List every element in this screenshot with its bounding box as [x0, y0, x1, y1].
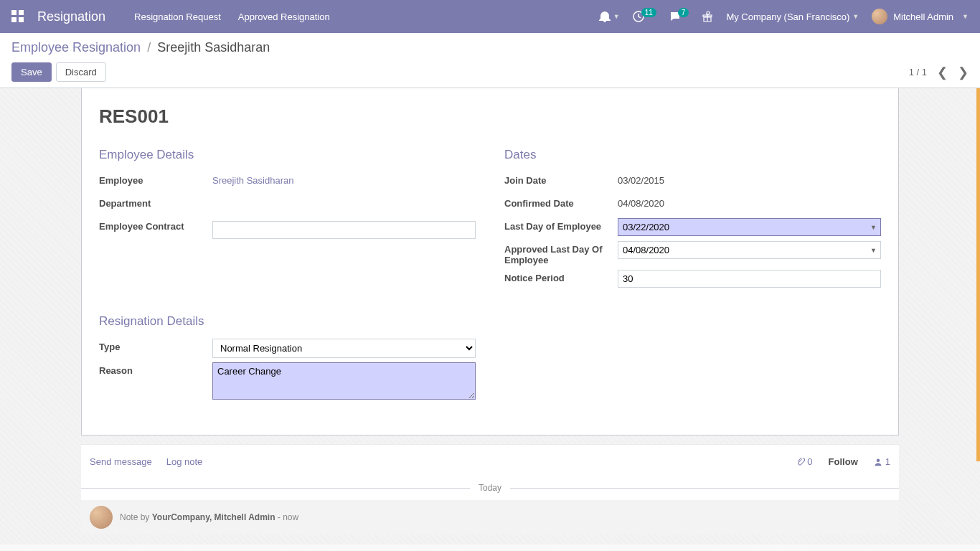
- log-note-button[interactable]: Log note: [166, 456, 203, 467]
- company-selector[interactable]: My Company (San Francisco) ▼: [726, 11, 859, 22]
- nav-link-resignation-request[interactable]: Resignation Request: [134, 11, 221, 22]
- breadcrumb-current: Sreejith Sasidharan: [157, 40, 270, 55]
- control-panel: Employee Resignation / Sreejith Sasidhar…: [0, 33, 980, 88]
- message-prefix: Note by: [120, 512, 152, 522]
- caret-down-icon: ▼: [613, 13, 620, 20]
- message-avatar: [90, 506, 113, 529]
- message-suffix: - now: [275, 512, 299, 522]
- section-title-resignation: Resignation Details: [99, 314, 476, 329]
- user-icon: [874, 458, 882, 466]
- apps-icon[interactable]: [11, 10, 24, 23]
- pager: 1 / 1 ❮ ❯: [909, 65, 969, 80]
- form-sheet: RES001 Employee Details Employee Sreejit…: [81, 88, 899, 435]
- message-item: Note by YourCompany, Mitchell Admin - no…: [81, 500, 899, 534]
- gift-icon[interactable]: [702, 11, 713, 22]
- label-last-day: Last Day of Employee: [504, 218, 618, 232]
- label-approved-last-day: Approved Last Day Of Employee: [504, 241, 618, 265]
- form-area: RES001 Employee Details Employee Sreejit…: [0, 88, 980, 545]
- notifications-icon[interactable]: ▼: [599, 11, 620, 22]
- notice-period-input[interactable]: [618, 270, 881, 288]
- label-department: Department: [99, 195, 212, 209]
- label-confirmed-date: Confirmed Date: [504, 195, 618, 209]
- label-type: Type: [99, 339, 212, 352]
- breadcrumb: Employee Resignation / Sreejith Sasidhar…: [11, 40, 969, 55]
- section-title-employee: Employee Details: [99, 148, 476, 162]
- follow-button[interactable]: Follow: [829, 456, 858, 467]
- followers-count: 1: [885, 456, 890, 467]
- approved-last-day-input[interactable]: [618, 241, 881, 259]
- messaging-icon[interactable]: 7: [669, 11, 689, 22]
- avatar: [872, 9, 887, 24]
- svg-point-1: [877, 458, 880, 462]
- last-day-input[interactable]: [618, 218, 881, 236]
- message-author: YourCompany, Mitchell Admin: [152, 512, 275, 522]
- resignation-details-section: Resignation Details Type Normal Resignat…: [99, 314, 490, 402]
- attachments-count: 0: [807, 456, 812, 467]
- app-title: Resignation: [37, 9, 105, 24]
- discard-button[interactable]: Discard: [56, 62, 106, 82]
- join-date-value: 03/02/2015: [618, 172, 881, 186]
- employee-link[interactable]: Sreejith Sasidharan: [212, 175, 293, 186]
- divider-label: Today: [470, 483, 510, 493]
- navbar: Resignation Resignation Request Approved…: [0, 0, 980, 33]
- nav-link-approved-resignation[interactable]: Approved Resignation: [238, 11, 330, 22]
- activity-icon[interactable]: 11: [633, 11, 656, 22]
- reason-textarea[interactable]: Career Change: [212, 362, 476, 400]
- caret-down-icon: ▼: [962, 13, 969, 20]
- save-button[interactable]: Save: [11, 62, 52, 82]
- label-join-date: Join Date: [504, 172, 618, 186]
- section-title-dates: Dates: [504, 148, 881, 162]
- pager-prev-icon[interactable]: ❮: [937, 65, 948, 80]
- breadcrumb-parent[interactable]: Employee Resignation: [11, 40, 141, 55]
- chatter: Send message Log note 0 Follow 1 Today: [81, 444, 899, 534]
- type-select[interactable]: Normal Resignation: [212, 339, 476, 358]
- label-notice-period: Notice Period: [504, 270, 618, 283]
- user-menu[interactable]: Mitchell Admin ▼: [872, 9, 969, 24]
- label-reason: Reason: [99, 362, 212, 376]
- contract-input[interactable]: [212, 221, 476, 239]
- user-name: Mitchell Admin: [893, 11, 953, 22]
- edit-indicator-bar: [976, 88, 980, 461]
- attachments-button[interactable]: 0: [796, 456, 812, 467]
- send-message-button[interactable]: Send message: [90, 456, 152, 467]
- chat-badge: 7: [678, 8, 689, 17]
- date-divider: Today: [81, 483, 899, 493]
- activity-badge: 11: [641, 8, 656, 17]
- label-employee: Employee: [99, 172, 212, 186]
- pager-count: 1 / 1: [909, 67, 927, 77]
- company-name: My Company (San Francisco): [726, 11, 849, 22]
- employee-details-section: Employee Details Employee Sreejith Sasid…: [99, 148, 476, 293]
- followers-button[interactable]: 1: [874, 456, 890, 467]
- confirmed-date-value: 04/08/2020: [618, 195, 881, 209]
- department-value: [212, 195, 476, 198]
- dates-section: Dates Join Date 03/02/2015 Confirmed Dat…: [504, 148, 881, 293]
- label-contract: Employee Contract: [99, 218, 212, 232]
- record-title: RES001: [99, 105, 881, 128]
- caret-down-icon: ▼: [852, 13, 859, 20]
- pager-next-icon[interactable]: ❯: [958, 65, 969, 80]
- paperclip-icon: [796, 458, 805, 466]
